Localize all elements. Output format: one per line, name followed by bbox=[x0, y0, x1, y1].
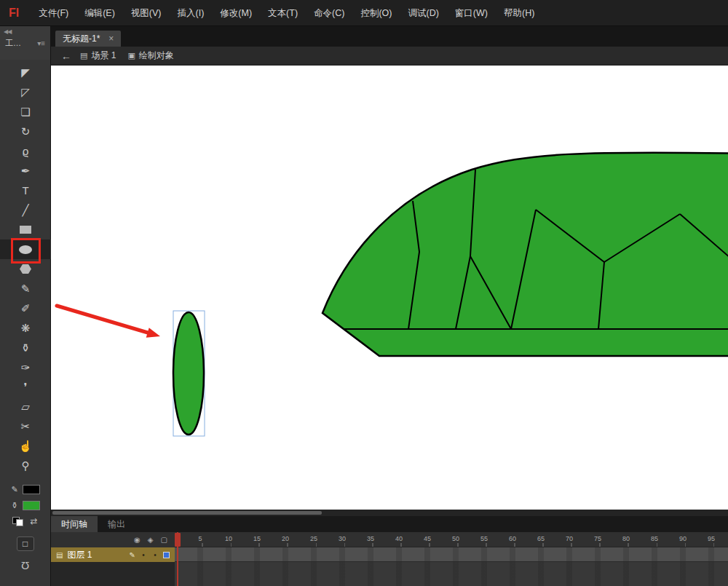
menu-item-6[interactable]: 文本(T) bbox=[260, 0, 306, 26]
fill-color-icon: ⚱ bbox=[10, 501, 19, 510]
eyedropper-tool[interactable]: ❜ bbox=[0, 377, 51, 397]
gradient-transform-tool[interactable]: ↻ bbox=[0, 122, 51, 141]
deco-tool[interactable]: ❋ bbox=[0, 318, 51, 338]
lasso-tool[interactable]: ϱ bbox=[0, 141, 51, 161]
swap-colors-button[interactable]: ⇄ bbox=[30, 516, 37, 526]
black-white-colors-button[interactable] bbox=[12, 517, 23, 526]
polystar-tool-icon bbox=[20, 264, 31, 274]
ruler-number-30: 30 bbox=[339, 535, 346, 542]
oval-tool-highlight bbox=[11, 238, 41, 264]
layer-row[interactable]: ▤ 图层 1 ✎ • • bbox=[51, 547, 728, 562]
layer-visibility-dot[interactable]: • bbox=[140, 551, 147, 559]
collapse-panel-button[interactable]: ◀◀ bbox=[0, 26, 50, 35]
selection-tool[interactable]: ◤ bbox=[0, 63, 51, 82]
document-tab-bar: 无标题-1* × bbox=[51, 26, 728, 47]
tab-timeline[interactable]: 时间轴 bbox=[51, 516, 98, 532]
pen-tool[interactable]: ✒ bbox=[0, 161, 51, 181]
subselection-tool-icon: ◸ bbox=[21, 87, 30, 98]
menu-item-9[interactable]: 调试(D) bbox=[400, 0, 446, 26]
eraser-tool-icon: ▱ bbox=[21, 401, 30, 412]
ruler-number-15: 15 bbox=[253, 535, 261, 542]
tools-panel: ◤◸❏↻ϱ✒T╱✎✐❋⚱✑❜▱✂☝⚲ ✎ ⚱ ⇄ □ Ω bbox=[0, 60, 51, 586]
menu-item-8[interactable]: 控制(O) bbox=[352, 0, 400, 26]
free-transform-tool[interactable]: ❏ bbox=[0, 102, 51, 122]
fill-color-swatch[interactable] bbox=[23, 501, 40, 510]
drawn-ellipse[interactable] bbox=[173, 312, 204, 435]
stage-canvas[interactable] bbox=[51, 66, 728, 510]
menu-item-1[interactable]: 文件(F) bbox=[31, 0, 76, 26]
line-tool[interactable]: ╱ bbox=[0, 200, 51, 220]
document-tab[interactable]: 无标题-1* × bbox=[55, 31, 121, 47]
stroke-color-swatch[interactable] bbox=[23, 485, 40, 494]
layer-frames[interactable] bbox=[175, 547, 728, 562]
ruler-number-5: 5 bbox=[199, 535, 202, 542]
menu-item-2[interactable]: 编辑(E) bbox=[76, 0, 123, 26]
menu-item-5[interactable]: 修改(M) bbox=[212, 0, 260, 26]
ruler-number-25: 25 bbox=[310, 535, 317, 542]
ruler-number-75: 75 bbox=[594, 535, 601, 542]
close-tab-icon[interactable]: × bbox=[108, 31, 114, 47]
empty-frames-area[interactable] bbox=[175, 562, 728, 586]
subselection-tool[interactable]: ◸ bbox=[0, 82, 51, 102]
turtle-shell-shape[interactable] bbox=[323, 153, 728, 356]
horizontal-scrollbar-thumb[interactable] bbox=[52, 511, 322, 515]
object-drawing-toggle[interactable]: □ bbox=[17, 536, 34, 551]
horizontal-scrollbar[interactable] bbox=[51, 510, 728, 516]
drawing-object-icon: ▣ bbox=[127, 51, 135, 60]
layer-edit-pencil-icon: ✎ bbox=[130, 551, 135, 559]
ruler-number-35: 35 bbox=[367, 535, 374, 542]
pencil-tool[interactable]: ✎ bbox=[0, 279, 51, 298]
text-tool[interactable]: T bbox=[0, 181, 51, 200]
ruler-number-85: 85 bbox=[651, 535, 658, 542]
timeline-tab-bar: 时间轴 输出 bbox=[51, 516, 728, 532]
brush-tool[interactable]: ✐ bbox=[0, 298, 51, 318]
panel-menu-icon[interactable]: ▾≡ bbox=[37, 39, 45, 47]
eye-icon[interactable]: ◉ bbox=[134, 536, 141, 544]
selection-tool-icon: ◤ bbox=[21, 67, 30, 78]
back-icon[interactable]: ← bbox=[61, 50, 71, 62]
layer-lock-dot[interactable]: • bbox=[151, 551, 159, 559]
pencil-tool-icon: ✎ bbox=[21, 283, 31, 294]
tab-output[interactable]: 输出 bbox=[98, 516, 135, 532]
layer-name[interactable]: 图层 1 bbox=[67, 549, 124, 561]
eraser-tool[interactable]: ▱ bbox=[0, 397, 51, 416]
text-tool-icon: T bbox=[22, 185, 28, 196]
ruler-number-95: 95 bbox=[708, 535, 715, 542]
timeline-empty-area bbox=[51, 562, 728, 586]
zoom-tool[interactable]: ⚲ bbox=[0, 456, 51, 475]
snap-to-objects-toggle[interactable]: Ω bbox=[21, 560, 29, 572]
layer-type-icon: ▤ bbox=[56, 551, 63, 559]
stage-artwork bbox=[51, 66, 728, 510]
annotation-arrow-line bbox=[57, 306, 148, 333]
ruler-number-65: 65 bbox=[537, 535, 545, 542]
menu-bar: Fl 文件(F)编辑(E)视图(V)插入(I)修改(M)文本(T)命令(C)控制… bbox=[0, 0, 728, 26]
document-tab-title: 无标题-1* bbox=[63, 31, 100, 47]
playhead[interactable] bbox=[175, 533, 181, 547]
menu-item-7[interactable]: 命令(C) bbox=[306, 0, 352, 26]
frame-ruler[interactable]: 5101520253035404550556065707580859095 bbox=[175, 532, 728, 547]
tools-panel-title: 工… bbox=[5, 38, 21, 49]
outline-icon[interactable]: ▢ bbox=[161, 536, 167, 544]
zoom-tool-icon: ⚲ bbox=[22, 460, 30, 471]
rectangle-tool[interactable] bbox=[0, 220, 51, 239]
menu-item-4[interactable]: 插入(I) bbox=[170, 0, 213, 26]
ink-bottle-tool[interactable]: ✑ bbox=[0, 357, 51, 377]
hand-tool[interactable]: ☝ bbox=[0, 436, 51, 456]
scissors-tool[interactable]: ✂ bbox=[0, 416, 51, 436]
paint-bucket-tool-icon: ⚱ bbox=[21, 342, 31, 353]
menu-item-3[interactable]: 视图(V) bbox=[123, 0, 170, 26]
pen-tool-icon: ✒ bbox=[21, 165, 31, 176]
layer-outline-swatch[interactable] bbox=[163, 552, 170, 558]
annotation-arrow bbox=[57, 306, 160, 338]
menu-item-11[interactable]: 帮助(H) bbox=[496, 0, 542, 26]
paint-bucket-tool[interactable]: ⚱ bbox=[0, 338, 51, 357]
ruler-number-70: 70 bbox=[566, 535, 573, 542]
menu-item-10[interactable]: 窗口(W) bbox=[447, 0, 496, 26]
color-section: ✎ ⚱ ⇄ □ Ω bbox=[0, 481, 50, 572]
annotation-arrow-head bbox=[146, 328, 160, 338]
stroke-color-icon: ✎ bbox=[10, 485, 19, 494]
lock-icon[interactable]: ◈ bbox=[148, 536, 154, 544]
tools-list: ◤◸❏↻ϱ✒T╱✎✐❋⚱✑❜▱✂☝⚲ bbox=[0, 60, 50, 475]
scene-label[interactable]: 场景 1 bbox=[91, 50, 116, 62]
ruler-number-80: 80 bbox=[622, 535, 630, 542]
